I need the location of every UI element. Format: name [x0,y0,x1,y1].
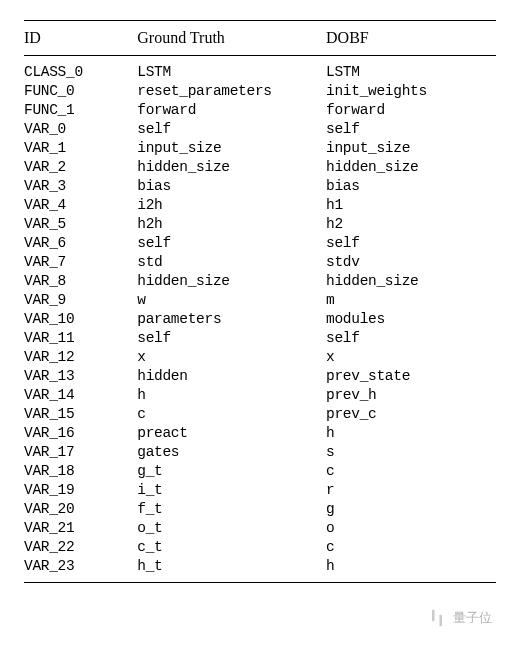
cell-id: VAR_12 [24,348,137,367]
cell-ground-truth: input_size [137,139,326,158]
cell-dobf: h [326,424,496,443]
table-row: VAR_12xx [24,348,496,367]
cell-id: VAR_1 [24,139,137,158]
cell-id: VAR_21 [24,519,137,538]
table-row: VAR_20f_tg [24,500,496,519]
header-id: ID [24,21,137,56]
table-row: VAR_0selfself [24,120,496,139]
cell-ground-truth: self [137,329,326,348]
table-row: VAR_2hidden_sizehidden_size [24,158,496,177]
table-row: VAR_11selfself [24,329,496,348]
cell-ground-truth: g_t [137,462,326,481]
cell-ground-truth: w [137,291,326,310]
cell-dobf: s [326,443,496,462]
cell-dobf: c [326,538,496,557]
table-row: VAR_16preacth [24,424,496,443]
cell-id: VAR_0 [24,120,137,139]
cell-dobf: h2 [326,215,496,234]
cell-dobf: h [326,557,496,583]
cell-dobf: prev_h [326,386,496,405]
table-row: VAR_10parametersmodules [24,310,496,329]
cell-id: VAR_3 [24,177,137,196]
cell-id: VAR_2 [24,158,137,177]
cell-dobf: init_weights [326,82,496,101]
cell-dobf: c [326,462,496,481]
cell-ground-truth: gates [137,443,326,462]
comparison-table: ID Ground Truth DOBF CLASS_0LSTMLSTMFUNC… [24,20,496,583]
cell-dobf: h1 [326,196,496,215]
table-row: VAR_9wm [24,291,496,310]
cell-ground-truth: o_t [137,519,326,538]
cell-ground-truth: reset_parameters [137,82,326,101]
cell-id: VAR_6 [24,234,137,253]
watermark-icon [427,608,447,628]
table-row: VAR_22c_tc [24,538,496,557]
cell-ground-truth: x [137,348,326,367]
cell-ground-truth: c [137,405,326,424]
cell-id: FUNC_1 [24,101,137,120]
watermark-text: 量子位 [453,609,492,627]
cell-id: VAR_23 [24,557,137,583]
cell-dobf: self [326,234,496,253]
cell-ground-truth: bias [137,177,326,196]
table-row: VAR_23h_th [24,557,496,583]
cell-id: VAR_9 [24,291,137,310]
table-row: VAR_1input_sizeinput_size [24,139,496,158]
table-row: VAR_8hidden_sizehidden_size [24,272,496,291]
cell-dobf: hidden_size [326,272,496,291]
cell-id: VAR_20 [24,500,137,519]
cell-dobf: prev_state [326,367,496,386]
cell-ground-truth: self [137,120,326,139]
cell-ground-truth: hidden [137,367,326,386]
table-header-row: ID Ground Truth DOBF [24,21,496,56]
cell-dobf: LSTM [326,56,496,82]
cell-id: VAR_22 [24,538,137,557]
table-row: VAR_6selfself [24,234,496,253]
cell-id: VAR_7 [24,253,137,272]
table-row: VAR_3biasbias [24,177,496,196]
cell-ground-truth: h [137,386,326,405]
cell-id: VAR_14 [24,386,137,405]
cell-dobf: o [326,519,496,538]
cell-ground-truth: h2h [137,215,326,234]
cell-ground-truth: f_t [137,500,326,519]
table-row: VAR_21o_to [24,519,496,538]
svg-rect-1 [440,615,443,627]
header-ground-truth: Ground Truth [137,21,326,56]
cell-id: VAR_10 [24,310,137,329]
cell-id: VAR_8 [24,272,137,291]
cell-id: VAR_19 [24,481,137,500]
table-row: VAR_4i2hh1 [24,196,496,215]
table-row: VAR_19i_tr [24,481,496,500]
cell-ground-truth: h_t [137,557,326,583]
table-row: CLASS_0LSTMLSTM [24,56,496,82]
cell-id: FUNC_0 [24,82,137,101]
table-row: VAR_13hiddenprev_state [24,367,496,386]
cell-id: VAR_17 [24,443,137,462]
cell-ground-truth: forward [137,101,326,120]
cell-id: CLASS_0 [24,56,137,82]
cell-id: VAR_5 [24,215,137,234]
table-row: VAR_17gatess [24,443,496,462]
cell-dobf: x [326,348,496,367]
cell-ground-truth: LSTM [137,56,326,82]
header-dobf: DOBF [326,21,496,56]
cell-ground-truth: hidden_size [137,158,326,177]
table-row: FUNC_1forwardforward [24,101,496,120]
cell-id: VAR_18 [24,462,137,481]
cell-dobf: forward [326,101,496,120]
table-row: VAR_15cprev_c [24,405,496,424]
watermark: 量子位 [427,608,492,628]
table-row: VAR_14hprev_h [24,386,496,405]
cell-ground-truth: i2h [137,196,326,215]
cell-dobf: g [326,500,496,519]
cell-dobf: self [326,120,496,139]
cell-dobf: prev_c [326,405,496,424]
cell-ground-truth: std [137,253,326,272]
cell-ground-truth: self [137,234,326,253]
cell-id: VAR_11 [24,329,137,348]
table-body: CLASS_0LSTMLSTMFUNC_0reset_parametersini… [24,56,496,583]
cell-id: VAR_4 [24,196,137,215]
cell-ground-truth: i_t [137,481,326,500]
cell-id: VAR_13 [24,367,137,386]
